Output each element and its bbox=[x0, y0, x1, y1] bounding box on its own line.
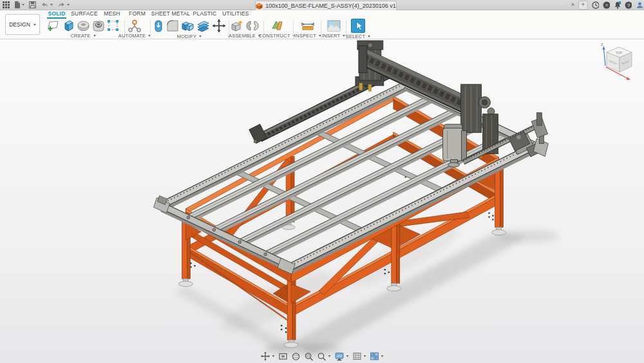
quick-access-toolbar bbox=[1, 0, 70, 10]
viewports-icon[interactable] bbox=[370, 352, 384, 360]
new-tab-button[interactable]: + bbox=[578, 1, 588, 10]
tab-solid[interactable]: SOLID bbox=[48, 10, 66, 17]
revolve-icon[interactable] bbox=[77, 19, 90, 32]
document-title: 100x100_BASE-FLAME_S-ASSY(4)_20230106 v1 bbox=[265, 3, 396, 9]
offset-faces-icon[interactable] bbox=[196, 19, 210, 32]
group-select: SELECT bbox=[348, 19, 368, 39]
group-automate: AUTOMATE bbox=[125, 19, 144, 39]
fusion360-app: { "titlebar": { "left_icons": ["app-grid… bbox=[0, 0, 644, 363]
design-workspace-button[interactable]: DESIGN bbox=[5, 14, 40, 35]
z-axis-label: Z bbox=[601, 43, 603, 46]
group-construct-label[interactable]: CONSTRUCT bbox=[259, 33, 290, 39]
group-select-label[interactable]: SELECT bbox=[346, 34, 365, 39]
fit-icon[interactable] bbox=[279, 352, 288, 360]
chevron-down-icon bbox=[368, 35, 370, 37]
job-status-icon[interactable] bbox=[592, 1, 599, 8]
group-modify-label[interactable]: MODIFY bbox=[177, 34, 196, 39]
profile-avatar[interactable] bbox=[636, 1, 643, 8]
svg-text:?: ? bbox=[627, 2, 630, 8]
chevron-down-icon bbox=[328, 355, 331, 357]
press-pull-icon[interactable] bbox=[153, 19, 164, 32]
model-3d[interactable] bbox=[0, 39, 644, 363]
extensions-icon[interactable] bbox=[603, 1, 610, 8]
chevron-down-icon bbox=[199, 35, 202, 37]
close-tab-icon[interactable]: × bbox=[571, 2, 574, 8]
chevron-down-icon bbox=[22, 4, 24, 6]
undo-icon[interactable] bbox=[41, 1, 53, 8]
titlebar: 100x100_BASE-FLAME_S-ASSY(4)_20230106 v1… bbox=[0, 0, 644, 10]
measure-icon[interactable] bbox=[301, 20, 315, 32]
document-tab[interactable]: 100x100_BASE-FLAME_S-ASSY(4)_20230106 v1 bbox=[255, 1, 397, 10]
group-insert-label[interactable]: INSERT bbox=[322, 33, 341, 39]
chevron-down-icon bbox=[364, 355, 366, 357]
design-label: DESIGN bbox=[9, 21, 30, 28]
redo-icon[interactable] bbox=[57, 1, 70, 8]
notifications-icon[interactable] bbox=[614, 1, 621, 8]
chevron-down-icon bbox=[381, 355, 384, 357]
chevron-down-icon bbox=[272, 355, 275, 357]
pattern-icon[interactable] bbox=[107, 19, 119, 32]
tab-mesh[interactable]: MESH bbox=[104, 10, 120, 17]
group-create: CREATE bbox=[44, 19, 122, 39]
move-icon[interactable] bbox=[212, 19, 226, 33]
hole-icon[interactable] bbox=[92, 19, 105, 32]
insert-image-icon[interactable] bbox=[327, 20, 341, 32]
pan-icon[interactable] bbox=[261, 351, 275, 361]
help-icon[interactable]: ? bbox=[625, 1, 632, 8]
titlebar-right: × + ? bbox=[571, 0, 643, 10]
grid-snaps-icon[interactable] bbox=[353, 352, 366, 360]
chevron-down-icon bbox=[346, 355, 349, 357]
3d-viewport[interactable]: TOP FRONT RIGHT Z bbox=[0, 39, 644, 363]
app-grid-icon[interactable] bbox=[3, 1, 10, 8]
group-create-label[interactable]: CREATE bbox=[70, 33, 90, 39]
group-automate-label[interactable]: AUTOMATE bbox=[118, 33, 146, 39]
orbit-icon[interactable] bbox=[292, 352, 301, 361]
viewcube-top-label: TOP bbox=[616, 51, 623, 55]
combine-icon[interactable] bbox=[181, 19, 194, 32]
group-construct: CONSTRUCT bbox=[265, 19, 289, 39]
tab-plastic[interactable]: PLASTIC bbox=[193, 10, 217, 17]
tab-sheet-metal[interactable]: SHEET METAL bbox=[151, 10, 190, 17]
extrude-icon[interactable] bbox=[62, 19, 75, 32]
group-assemble: ASSEMBLE bbox=[230, 19, 260, 39]
tab-form[interactable]: FORM bbox=[129, 10, 146, 17]
chevron-down-icon bbox=[93, 35, 96, 37]
fillet-icon[interactable] bbox=[166, 19, 179, 32]
group-inspect-label[interactable]: INSPECT bbox=[294, 33, 316, 39]
display-settings-icon[interactable] bbox=[335, 352, 349, 361]
group-assemble-label[interactable]: ASSEMBLE bbox=[229, 33, 256, 39]
file-icon[interactable] bbox=[14, 1, 24, 8]
document-cube-icon bbox=[256, 3, 263, 10]
save-icon[interactable] bbox=[29, 1, 36, 8]
group-inspect: INSPECT bbox=[296, 19, 319, 39]
automate-icon[interactable] bbox=[128, 19, 142, 32]
navigation-bar bbox=[261, 351, 384, 361]
chevron-down-icon bbox=[33, 24, 36, 26]
create-sketch-icon[interactable] bbox=[47, 19, 60, 32]
tab-surface[interactable]: SURFACE bbox=[71, 10, 98, 17]
viewcube-z-axis: Z bbox=[601, 43, 605, 66]
tab-utilities[interactable]: UTILITIES bbox=[222, 10, 249, 17]
group-insert: INSERT bbox=[322, 19, 345, 39]
select-icon[interactable] bbox=[351, 19, 365, 33]
chevron-down-icon bbox=[67, 4, 70, 6]
zoom-icon[interactable] bbox=[317, 352, 331, 361]
joint-icon[interactable] bbox=[245, 19, 260, 32]
chevron-down-icon bbox=[50, 4, 53, 6]
group-modify: MODIFY bbox=[152, 19, 227, 39]
ribbon-toolbar: DESIGN SOLID SURFACE MESH FORM SHEET MET… bbox=[0, 10, 644, 39]
viewcube[interactable]: TOP FRONT RIGHT Z bbox=[595, 41, 639, 83]
new-component-icon[interactable] bbox=[230, 19, 243, 32]
chevron-down-icon bbox=[343, 35, 345, 37]
construct-plane-icon[interactable] bbox=[270, 19, 283, 32]
zoom-window-icon[interactable] bbox=[305, 352, 314, 361]
